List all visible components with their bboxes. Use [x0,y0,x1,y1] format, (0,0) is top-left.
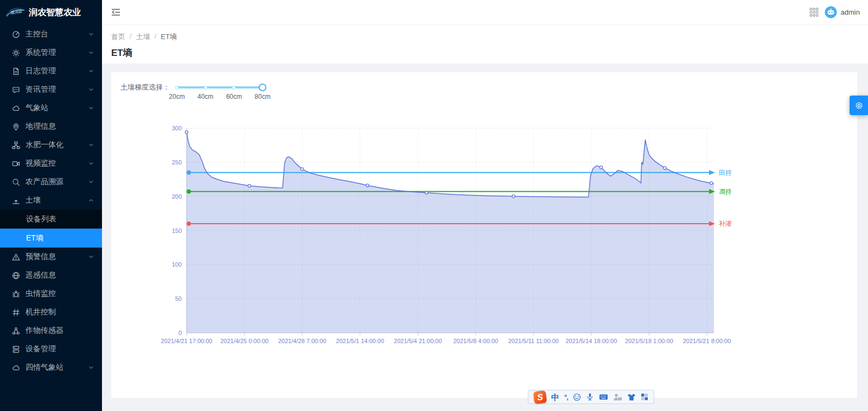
dashboard-icon [12,30,20,39]
breadcrumb-item: ET墒 [161,32,177,42]
sidebar-item-label: 预警信息 [25,252,56,262]
sidebar-menu: 主控台系统管理日志管理资讯管理气象站地理信息水肥一体化视频监控农产品溯源土壤设备… [0,25,102,377]
sidebar-item-2[interactable]: 日志管理 [0,62,102,80]
sidebar-item-12[interactable]: 虫情监控 [0,284,102,303]
menu-fold-icon [111,8,120,17]
avatar [825,6,837,18]
reference-line-label: 补灌 [718,220,732,227]
chevron-up-icon [88,197,94,204]
breadcrumb-item[interactable]: 土壤 [136,32,150,42]
sidebar-item-6[interactable]: 水肥一体化 [0,136,102,154]
sidebar-item-label: 地理信息 [25,122,56,131]
y-axis-label: 0 [178,330,182,336]
sidebar-item-label: 主控台 [25,29,48,39]
chevron-down-icon [88,86,94,93]
x-axis-label: 2021/4/28 7:00:00 [278,338,327,344]
sidebar-item-4[interactable]: 气象站 [0,99,102,117]
sidebar-item-7[interactable]: 视频监控 [0,154,102,173]
sidebar: 德润农 润农智慧农业 主控台系统管理日志管理资讯管理气象站地理信息水肥一体化视频… [0,0,102,411]
y-axis-label: 200 [172,193,182,200]
x-axis-label: 2021/5/14 18:00:00 [565,338,617,344]
reference-line-label: 凋持 [719,188,732,195]
sidebar-item-13[interactable]: 机井控制 [0,303,102,321]
sidebar-item-label: 水肥一体化 [25,140,63,150]
sidebar-item-label: 资讯管理 [25,85,56,94]
sidebar-subitem-9-1[interactable]: ET墒 [0,229,102,248]
sidebar-item-8[interactable]: 农产品溯源 [0,173,102,191]
sidebar-item-label: 系统管理 [25,48,56,58]
emoji-icon[interactable] [573,393,581,401]
sidebar-item-label: 机井控制 [25,307,56,317]
settings-flyout-button[interactable] [850,96,868,115]
app-title: 润农智慧农业 [29,7,81,18]
keyboard-icon[interactable] [599,393,608,401]
sidebar-item-0[interactable]: 主控台 [0,25,102,43]
reference-line-arrow [709,170,715,175]
x-axis-label: 2021/5/21 8:00:00 [683,338,731,344]
reference-line-label: 田持 [719,169,732,176]
x-axis-label: 2021/4/25 0:00:00 [220,338,269,344]
username: admin [841,8,860,16]
app-logo[interactable]: 德润农 润农智慧农业 [0,0,102,25]
svg-text:德润农: 德润农 [10,9,23,15]
sidebar-subitem-9-0[interactable]: 设备列表 [0,210,102,229]
user-menu[interactable]: admin [825,6,860,18]
map-pin-icon [12,123,20,131]
reference-line-dot [187,222,191,226]
sidebar-item-14[interactable]: 作物传感器 [0,321,102,340]
sidebar-item-3[interactable]: 资讯管理 [0,80,102,99]
bug-icon [12,290,20,298]
warning-triangle-icon [12,253,20,261]
microphone-icon[interactable] [586,393,594,401]
punctuation-icon[interactable]: °, [564,394,568,401]
chevron-down-icon [88,31,94,37]
skin-icon[interactable] [627,393,636,401]
data-point [599,166,602,169]
x-axis-label: 2021/5/1 14:00:00 [336,338,384,344]
user-count-icon[interactable]: 22 [613,393,622,401]
chevron-down-icon [88,254,94,260]
sidebar-item-11[interactable]: 遥感信息 [0,266,102,284]
topbar: admin [102,0,868,25]
data-point [185,131,188,134]
breadcrumb-item[interactable]: 首页 [111,32,125,42]
ime-toolbar: S中°,22 [528,390,654,404]
weather-cloud-icon [12,364,20,372]
sidebar-item-label: 土壤 [25,195,41,205]
apps-grid-icon[interactable] [809,8,819,17]
sidebar-item-16[interactable]: 四情气象站 [0,358,102,377]
sidebar-item-5[interactable]: 地理信息 [0,117,102,136]
page-title: ET墒 [111,47,868,59]
data-point [710,182,713,185]
reference-line-dot [187,189,191,194]
svg-text:22: 22 [618,397,622,401]
collapse-sidebar-button[interactable] [111,8,120,17]
news-chat-icon [12,86,20,94]
sidebar-item-label: 设备管理 [25,344,56,354]
chevron-down-icon [88,160,94,167]
sensor-nodes-icon [12,327,20,335]
settings-gear-icon [12,49,20,57]
chevron-down-icon [88,142,94,148]
x-axis-label: 2021/5/18 1:00:00 [625,338,673,344]
data-point [366,184,369,187]
toolbox-icon[interactable] [641,393,648,401]
sidebar-item-label: 气象站 [25,103,48,113]
sidebar-item-10[interactable]: 预警信息 [0,248,102,266]
sidebar-item-label: 日志管理 [25,66,56,76]
content-area: 土壤梯度选择： 20cm40cm60cm80cm 050100150200250… [102,64,868,411]
sogou-logo-icon[interactable]: S [534,391,546,403]
x-axis-label: 2021/4/21 17:00:00 [161,338,213,344]
sidebar-item-15[interactable]: 设备管理 [0,340,102,358]
sidebar-item-9[interactable]: 土壤 [0,191,102,210]
chevron-down-icon [88,68,94,74]
logo-swoosh-icon: 德润农 [4,5,26,20]
soil-icon [12,197,20,205]
breadcrumb-separator: / [130,32,132,42]
et-moisture-chart: 0501001502002503002021/4/21 17:00:002021… [111,72,857,385]
sidebar-item-1[interactable]: 系统管理 [0,43,102,62]
chinese-mode-icon[interactable]: 中 [551,393,559,401]
gear-icon [854,101,864,110]
reference-line-dot [187,170,191,175]
page-header: 首页/土壤/ET墒 ET墒 [102,25,868,64]
